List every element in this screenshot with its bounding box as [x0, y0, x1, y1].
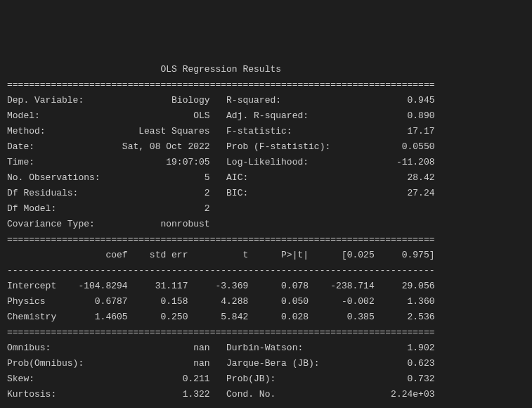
summary-row: Df Model: 2 — [7, 201, 525, 217]
summary-row: Dep. Variable: Biology R-squared: 0.945 — [7, 93, 525, 108]
summary-row: Time: 19:07:05 Log-Likelihood: -11.208 — [7, 155, 525, 170]
separator-line: ========================================… — [7, 77, 525, 93]
summary-row: Df Residuals: 2 BIC: 27.24 — [7, 186, 525, 201]
diagnostic-row: Skew: 0.211 Prob(JB): 0.732 — [7, 371, 525, 387]
separator-line: ========================================… — [7, 232, 525, 248]
coef-row: Intercept -104.8294 31.117 -3.369 0.078 … — [7, 279, 525, 294]
diagnostic-row: Omnibus: nan Durbin-Watson: 1.902 — [7, 340, 525, 356]
separator-line: ========================================… — [7, 402, 525, 408]
summary-row: Covariance Type: nonrobust — [7, 217, 525, 232]
summary-row: Date: Sat, 08 Oct 2022 Prob (F-statistic… — [7, 139, 525, 155]
separator-dash-line: ----------------------------------------… — [7, 263, 525, 279]
summary-row: Method: Least Squares F-statistic: 17.17 — [7, 124, 525, 139]
summary-row: No. Observations: 5 AIC: 28.42 — [7, 170, 525, 186]
separator-line: ========================================… — [7, 325, 525, 340]
ols-regression-output: OLS Regression Results =================… — [0, 46, 532, 408]
coef-row: Physics 0.6787 0.158 4.288 0.050 -0.002 … — [7, 294, 525, 310]
diagnostic-row: Kurtosis: 1.322 Cond. No. 2.24e+03 — [7, 387, 525, 402]
blank-line — [7, 46, 525, 62]
title-line: OLS Regression Results — [7, 62, 525, 77]
coef-header-row: coef std err t P>|t| [0.025 0.975] — [7, 248, 525, 263]
summary-row: Model: OLS Adj. R-squared: 0.890 — [7, 108, 525, 124]
coef-row: Chemistry 1.4605 0.250 5.842 0.028 0.385… — [7, 310, 525, 325]
diagnostic-row: Prob(Omnibus): nan Jarque-Bera (JB): 0.6… — [7, 356, 525, 371]
